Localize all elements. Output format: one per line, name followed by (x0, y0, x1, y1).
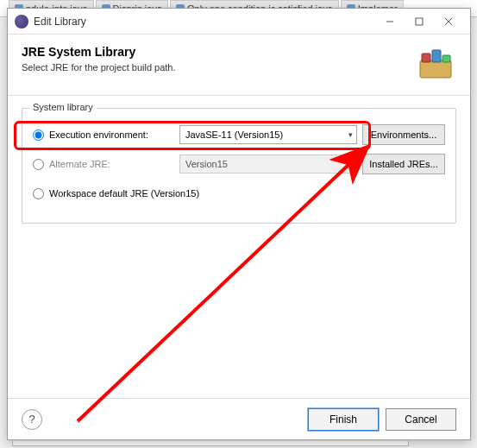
chevron-down-icon: ▾ (348, 130, 353, 139)
alternate-jre-combo: Version15 ▾ (179, 155, 357, 174)
help-button[interactable]: ? (22, 409, 42, 430)
edit-library-dialog: Edit Library JRE System Library Select J… (7, 8, 471, 440)
exec-env-label: Execution environment: (49, 129, 148, 140)
svg-rect-7 (442, 55, 450, 62)
environments-button[interactable]: Environments... (362, 124, 445, 145)
dialog-content: System library Execution environment: Ja… (8, 96, 470, 398)
minimize-icon (386, 17, 394, 26)
chevron-down-icon: ▾ (348, 160, 353, 168)
installed-jres-button[interactable]: Installed JREs... (362, 154, 445, 174)
group-legend: System library (29, 102, 97, 112)
close-button[interactable] (434, 12, 463, 31)
svg-rect-1 (416, 18, 423, 25)
svg-rect-4 (420, 60, 451, 78)
dialog-header: JRE System Library Select JRE for the pr… (8, 35, 470, 96)
exec-env-combo[interactable]: JavaSE-11 (Version15) ▾ (179, 125, 357, 144)
window-title: Edit Library (34, 16, 375, 28)
workspace-default-label: Workspace default JRE (Version15) (49, 188, 199, 199)
workspace-default-radio[interactable] (33, 188, 44, 199)
eclipse-icon (15, 15, 28, 28)
titlebar: Edit Library (8, 9, 470, 35)
cancel-button[interactable]: Cancel (386, 408, 456, 431)
system-library-group: System library Execution environment: Ja… (22, 108, 456, 224)
alternate-jre-label: Alternate JRE: (49, 159, 110, 169)
close-icon (444, 17, 453, 26)
background-window-edge (12, 441, 409, 446)
exec-env-radio[interactable] (33, 129, 44, 141)
maximize-button[interactable] (405, 12, 434, 31)
alternate-jre-radio[interactable] (33, 159, 44, 170)
svg-rect-6 (432, 50, 441, 62)
finish-button[interactable]: Finish (308, 408, 379, 431)
dialog-subheading: Select JRE for the project build path. (22, 62, 415, 73)
help-icon: ? (28, 413, 35, 426)
exec-env-combo-value: JavaSE-11 (Version15) (185, 129, 283, 140)
alternate-jre-combo-value: Version15 (185, 159, 228, 169)
dialog-heading: JRE System Library (22, 45, 415, 59)
svg-rect-5 (422, 54, 430, 62)
minimize-button[interactable] (375, 12, 405, 31)
library-books-icon (415, 45, 456, 83)
maximize-icon (415, 17, 424, 26)
dialog-button-bar: ? Finish Cancel (8, 398, 470, 439)
